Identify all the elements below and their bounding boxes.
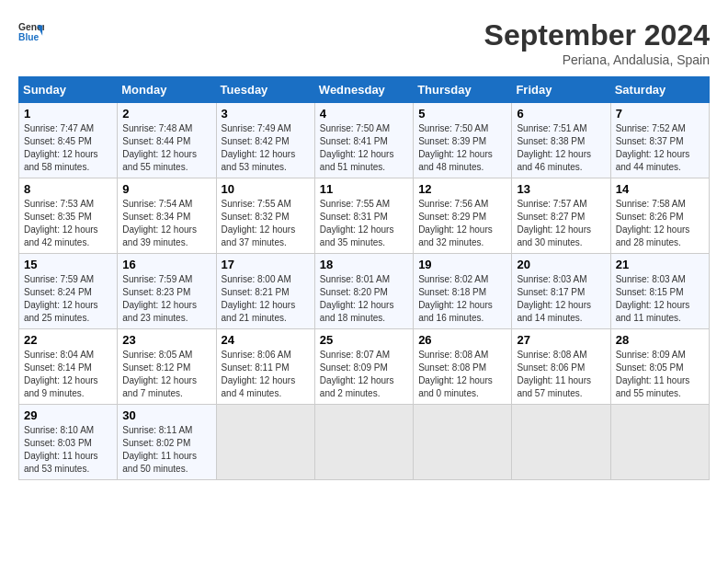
- day-number: 3: [222, 107, 310, 121]
- day-of-week-header: Saturday: [610, 77, 709, 103]
- day-number: 5: [418, 107, 506, 121]
- day-info: Sunrise: 7:50 AMSunset: 8:41 PMDaylight:…: [320, 122, 408, 174]
- day-number: 16: [122, 258, 210, 271]
- calendar-week-row: 22Sunrise: 8:04 AMSunset: 8:14 PMDayligh…: [19, 329, 710, 405]
- calendar-cell: [216, 405, 314, 480]
- day-number: 12: [418, 182, 506, 196]
- calendar-cell: 15Sunrise: 7:59 AMSunset: 8:24 PMDayligh…: [19, 254, 118, 329]
- day-number: 4: [320, 107, 408, 121]
- calendar-cell: 11Sunrise: 7:55 AMSunset: 8:31 PMDayligh…: [314, 178, 413, 254]
- day-number: 15: [24, 258, 112, 271]
- day-info: Sunrise: 7:51 AMSunset: 8:38 PMDaylight:…: [517, 122, 605, 174]
- day-info: Sunrise: 7:48 AMSunset: 8:44 PMDaylight:…: [122, 122, 210, 174]
- day-of-week-header: Sunday: [19, 77, 118, 103]
- calendar-cell: 17Sunrise: 8:00 AMSunset: 8:21 PMDayligh…: [216, 254, 314, 329]
- logo: General Blue: [18, 18, 44, 44]
- calendar-cell: 19Sunrise: 8:02 AMSunset: 8:18 PMDayligh…: [414, 254, 512, 329]
- title-area: September 2024 Periana, Andalusia, Spain: [484, 18, 710, 67]
- day-number: 30: [122, 408, 210, 422]
- day-info: Sunrise: 7:50 AMSunset: 8:39 PMDaylight:…: [418, 122, 506, 174]
- day-info: Sunrise: 8:11 AMSunset: 8:02 PMDaylight:…: [122, 424, 210, 476]
- calendar-cell: 10Sunrise: 7:55 AMSunset: 8:32 PMDayligh…: [216, 178, 314, 254]
- day-info: Sunrise: 7:59 AMSunset: 8:23 PMDaylight:…: [122, 273, 210, 325]
- day-info: Sunrise: 7:56 AMSunset: 8:29 PMDaylight:…: [418, 198, 506, 249]
- calendar-cell: 12Sunrise: 7:56 AMSunset: 8:29 PMDayligh…: [414, 178, 512, 254]
- day-info: Sunrise: 7:55 AMSunset: 8:31 PMDaylight:…: [320, 198, 408, 249]
- calendar-cell: 14Sunrise: 7:58 AMSunset: 8:26 PMDayligh…: [610, 178, 709, 254]
- day-info: Sunrise: 7:55 AMSunset: 8:32 PMDaylight:…: [222, 198, 310, 249]
- calendar-cell: 18Sunrise: 8:01 AMSunset: 8:20 PMDayligh…: [314, 254, 413, 329]
- day-info: Sunrise: 8:02 AMSunset: 8:18 PMDaylight:…: [418, 273, 506, 325]
- day-number: 2: [122, 107, 210, 121]
- day-number: 18: [320, 258, 408, 271]
- day-info: Sunrise: 8:04 AMSunset: 8:14 PMDaylight:…: [24, 349, 112, 400]
- day-info: Sunrise: 8:08 AMSunset: 8:08 PMDaylight:…: [418, 349, 506, 400]
- day-of-week-header: Friday: [512, 77, 610, 103]
- calendar-week-row: 29Sunrise: 8:10 AMSunset: 8:03 PMDayligh…: [19, 405, 710, 480]
- calendar-body: 1Sunrise: 7:47 AMSunset: 8:45 PMDaylight…: [19, 103, 710, 480]
- calendar-cell: [610, 405, 709, 480]
- calendar-cell: 3Sunrise: 7:49 AMSunset: 8:42 PMDaylight…: [216, 103, 314, 178]
- day-info: Sunrise: 7:49 AMSunset: 8:42 PMDaylight:…: [222, 122, 310, 174]
- day-info: Sunrise: 8:06 AMSunset: 8:11 PMDaylight:…: [222, 349, 310, 400]
- day-number: 7: [616, 107, 704, 121]
- day-number: 14: [616, 182, 704, 196]
- day-info: Sunrise: 7:53 AMSunset: 8:35 PMDaylight:…: [24, 198, 112, 249]
- day-info: Sunrise: 7:54 AMSunset: 8:34 PMDaylight:…: [122, 198, 210, 249]
- calendar-week-row: 15Sunrise: 7:59 AMSunset: 8:24 PMDayligh…: [19, 254, 710, 329]
- day-number: 20: [517, 258, 605, 271]
- day-info: Sunrise: 8:01 AMSunset: 8:20 PMDaylight:…: [320, 273, 408, 325]
- day-number: 6: [517, 107, 605, 121]
- day-info: Sunrise: 7:59 AMSunset: 8:24 PMDaylight:…: [24, 273, 112, 325]
- calendar-cell: 26Sunrise: 8:08 AMSunset: 8:08 PMDayligh…: [414, 329, 512, 405]
- calendar-week-row: 8Sunrise: 7:53 AMSunset: 8:35 PMDaylight…: [19, 178, 710, 254]
- page-header: General Blue September 2024 Periana, And…: [18, 18, 710, 67]
- day-number: 25: [320, 333, 408, 347]
- calendar-cell: [314, 405, 413, 480]
- day-of-week-header: Thursday: [414, 77, 512, 103]
- day-info: Sunrise: 8:03 AMSunset: 8:17 PMDaylight:…: [517, 273, 605, 325]
- day-number: 9: [122, 182, 210, 196]
- calendar-cell: 23Sunrise: 8:05 AMSunset: 8:12 PMDayligh…: [118, 329, 216, 405]
- calendar-cell: 29Sunrise: 8:10 AMSunset: 8:03 PMDayligh…: [19, 405, 118, 480]
- calendar-cell: 20Sunrise: 8:03 AMSunset: 8:17 PMDayligh…: [512, 254, 610, 329]
- day-info: Sunrise: 8:10 AMSunset: 8:03 PMDaylight:…: [24, 424, 112, 476]
- day-info: Sunrise: 8:09 AMSunset: 8:05 PMDaylight:…: [616, 349, 704, 400]
- calendar-cell: 25Sunrise: 8:07 AMSunset: 8:09 PMDayligh…: [314, 329, 413, 405]
- calendar-cell: [512, 405, 610, 480]
- calendar-cell: 2Sunrise: 7:48 AMSunset: 8:44 PMDaylight…: [118, 103, 216, 178]
- calendar-cell: 21Sunrise: 8:03 AMSunset: 8:15 PMDayligh…: [610, 254, 709, 329]
- day-of-week-header: Monday: [118, 77, 216, 103]
- day-info: Sunrise: 7:52 AMSunset: 8:37 PMDaylight:…: [616, 122, 704, 174]
- day-info: Sunrise: 8:07 AMSunset: 8:09 PMDaylight:…: [320, 349, 408, 400]
- day-number: 19: [418, 258, 506, 271]
- calendar-cell: [414, 405, 512, 480]
- day-info: Sunrise: 8:05 AMSunset: 8:12 PMDaylight:…: [122, 349, 210, 400]
- day-number: 24: [222, 333, 310, 347]
- day-number: 11: [320, 182, 408, 196]
- calendar-cell: 28Sunrise: 8:09 AMSunset: 8:05 PMDayligh…: [610, 329, 709, 405]
- calendar-cell: 27Sunrise: 8:08 AMSunset: 8:06 PMDayligh…: [512, 329, 610, 405]
- calendar-cell: 7Sunrise: 7:52 AMSunset: 8:37 PMDaylight…: [610, 103, 709, 178]
- calendar-cell: 9Sunrise: 7:54 AMSunset: 8:34 PMDaylight…: [118, 178, 216, 254]
- day-number: 1: [24, 107, 112, 121]
- day-info: Sunrise: 8:03 AMSunset: 8:15 PMDaylight:…: [616, 273, 704, 325]
- calendar-cell: 5Sunrise: 7:50 AMSunset: 8:39 PMDaylight…: [414, 103, 512, 178]
- day-info: Sunrise: 8:08 AMSunset: 8:06 PMDaylight:…: [517, 349, 605, 400]
- day-number: 22: [24, 333, 112, 347]
- day-number: 28: [616, 333, 704, 347]
- month-title: September 2024: [484, 18, 710, 52]
- day-info: Sunrise: 7:57 AMSunset: 8:27 PMDaylight:…: [517, 198, 605, 249]
- calendar-cell: 1Sunrise: 7:47 AMSunset: 8:45 PMDaylight…: [19, 103, 118, 178]
- calendar-cell: 16Sunrise: 7:59 AMSunset: 8:23 PMDayligh…: [118, 254, 216, 329]
- calendar-cell: 8Sunrise: 7:53 AMSunset: 8:35 PMDaylight…: [19, 178, 118, 254]
- day-number: 10: [222, 182, 310, 196]
- calendar-cell: 24Sunrise: 8:06 AMSunset: 8:11 PMDayligh…: [216, 329, 314, 405]
- calendar-cell: 6Sunrise: 7:51 AMSunset: 8:38 PMDaylight…: [512, 103, 610, 178]
- calendar-table: SundayMondayTuesdayWednesdayThursdayFrid…: [18, 76, 710, 480]
- calendar-cell: 4Sunrise: 7:50 AMSunset: 8:41 PMDaylight…: [314, 103, 413, 178]
- day-info: Sunrise: 7:47 AMSunset: 8:45 PMDaylight:…: [24, 122, 112, 174]
- day-info: Sunrise: 8:00 AMSunset: 8:21 PMDaylight:…: [222, 273, 310, 325]
- location-subtitle: Periana, Andalusia, Spain: [484, 52, 710, 67]
- day-number: 23: [122, 333, 210, 347]
